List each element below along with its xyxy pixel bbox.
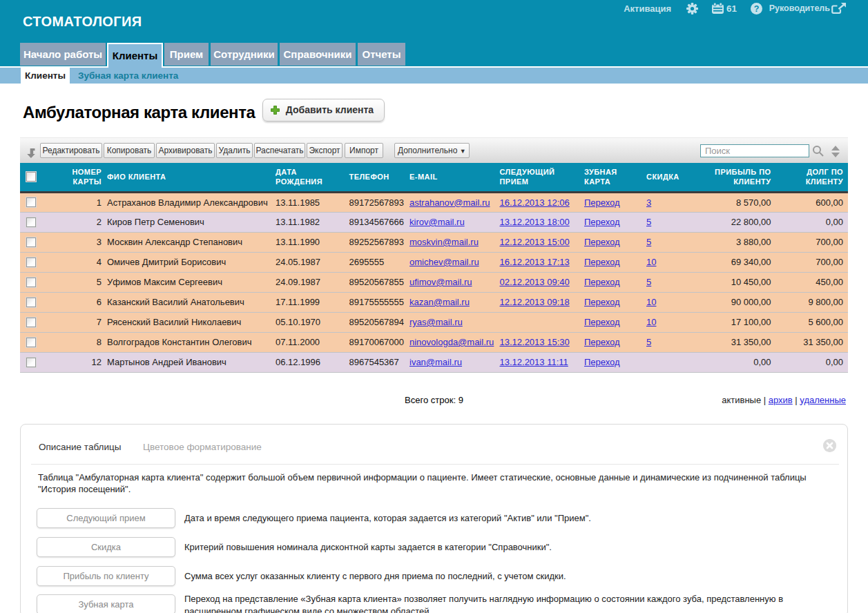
svg-text:?: ?	[754, 4, 760, 14]
